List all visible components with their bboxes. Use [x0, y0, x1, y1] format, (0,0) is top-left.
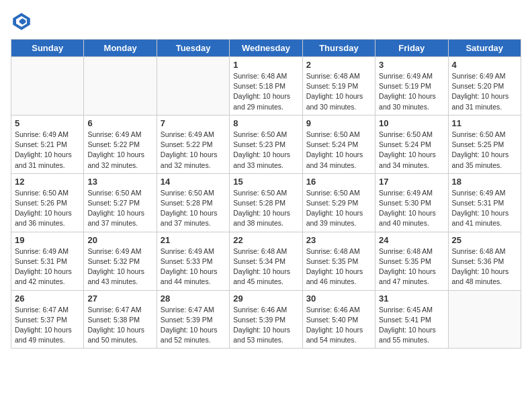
- calendar-day-cell: 16Sunrise: 6:50 AM Sunset: 5:29 PM Dayli…: [302, 173, 375, 232]
- day-number: 17: [379, 177, 444, 187]
- day-detail: Sunrise: 6:49 AM Sunset: 5:21 PM Dayligh…: [15, 130, 80, 171]
- day-detail: Sunrise: 6:50 AM Sunset: 5:24 PM Dayligh…: [306, 130, 371, 171]
- calendar-day-cell: 15Sunrise: 6:50 AM Sunset: 5:28 PM Dayli…: [230, 173, 302, 232]
- day-of-week-header: Wednesday: [230, 40, 302, 57]
- day-number: 18: [452, 177, 517, 187]
- day-number: 1: [233, 60, 298, 70]
- calendar-day-cell: 29Sunrise: 6:46 AM Sunset: 5:39 PM Dayli…: [230, 290, 302, 349]
- calendar-day-cell: [84, 57, 157, 116]
- day-number: 10: [379, 118, 444, 128]
- calendar-day-cell: 30Sunrise: 6:46 AM Sunset: 5:40 PM Dayli…: [302, 290, 375, 349]
- day-number: 27: [87, 293, 152, 304]
- calendar-week-row: 26Sunrise: 6:47 AM Sunset: 5:37 PM Dayli…: [11, 290, 521, 349]
- day-detail: Sunrise: 6:50 AM Sunset: 5:25 PM Dayligh…: [452, 130, 517, 171]
- day-number: 9: [306, 118, 371, 128]
- day-detail: Sunrise: 6:50 AM Sunset: 5:28 PM Dayligh…: [233, 188, 298, 229]
- logo: [11, 11, 35, 32]
- calendar-day-cell: 17Sunrise: 6:49 AM Sunset: 5:30 PM Dayli…: [375, 173, 448, 232]
- calendar-day-cell: 23Sunrise: 6:48 AM Sunset: 5:35 PM Dayli…: [302, 232, 375, 290]
- day-of-week-header: Sunday: [11, 40, 84, 57]
- day-of-week-header: Friday: [375, 40, 448, 57]
- day-detail: Sunrise: 6:47 AM Sunset: 5:39 PM Dayligh…: [161, 305, 226, 346]
- day-detail: Sunrise: 6:49 AM Sunset: 5:22 PM Dayligh…: [161, 130, 226, 171]
- day-number: 31: [379, 293, 444, 304]
- day-number: 19: [15, 235, 80, 245]
- calendar-week-row: 19Sunrise: 6:49 AM Sunset: 5:31 PM Dayli…: [11, 232, 521, 290]
- day-detail: Sunrise: 6:47 AM Sunset: 5:37 PM Dayligh…: [15, 305, 80, 346]
- day-detail: Sunrise: 6:46 AM Sunset: 5:40 PM Dayligh…: [306, 305, 371, 346]
- calendar-header-row: SundayMondayTuesdayWednesdayThursdayFrid…: [11, 40, 521, 57]
- day-number: 12: [15, 177, 80, 187]
- day-number: 26: [15, 293, 80, 304]
- calendar-day-cell: 6Sunrise: 6:49 AM Sunset: 5:22 PM Daylig…: [84, 115, 157, 173]
- day-number: 28: [161, 293, 226, 304]
- day-detail: Sunrise: 6:48 AM Sunset: 5:34 PM Dayligh…: [233, 246, 298, 287]
- calendar-table: SundayMondayTuesdayWednesdayThursdayFrid…: [11, 39, 521, 349]
- calendar-day-cell: [11, 57, 84, 116]
- calendar-day-cell: 13Sunrise: 6:50 AM Sunset: 5:27 PM Dayli…: [84, 173, 157, 232]
- day-detail: Sunrise: 6:49 AM Sunset: 5:22 PM Dayligh…: [87, 130, 152, 171]
- day-detail: Sunrise: 6:48 AM Sunset: 5:19 PM Dayligh…: [306, 71, 371, 112]
- calendar-week-row: 1Sunrise: 6:48 AM Sunset: 5:18 PM Daylig…: [11, 57, 521, 116]
- page-header: [11, 11, 521, 32]
- day-detail: Sunrise: 6:49 AM Sunset: 5:32 PM Dayligh…: [87, 246, 152, 287]
- day-number: 6: [87, 118, 152, 128]
- calendar-day-cell: 2Sunrise: 6:48 AM Sunset: 5:19 PM Daylig…: [302, 57, 375, 116]
- day-number: 23: [306, 235, 371, 245]
- day-number: 5: [15, 118, 80, 128]
- calendar-week-row: 12Sunrise: 6:50 AM Sunset: 5:26 PM Dayli…: [11, 173, 521, 232]
- calendar-day-cell: 21Sunrise: 6:49 AM Sunset: 5:33 PM Dayli…: [157, 232, 229, 290]
- day-detail: Sunrise: 6:49 AM Sunset: 5:20 PM Dayligh…: [452, 71, 517, 112]
- day-detail: Sunrise: 6:49 AM Sunset: 5:33 PM Dayligh…: [161, 246, 226, 287]
- day-detail: Sunrise: 6:50 AM Sunset: 5:29 PM Dayligh…: [306, 188, 371, 229]
- calendar-day-cell: 9Sunrise: 6:50 AM Sunset: 5:24 PM Daylig…: [302, 115, 375, 173]
- day-detail: Sunrise: 6:50 AM Sunset: 5:24 PM Dayligh…: [379, 130, 444, 171]
- day-number: 22: [233, 235, 298, 245]
- day-detail: Sunrise: 6:48 AM Sunset: 5:35 PM Dayligh…: [306, 246, 371, 287]
- day-detail: Sunrise: 6:47 AM Sunset: 5:38 PM Dayligh…: [87, 305, 152, 346]
- calendar-week-row: 5Sunrise: 6:49 AM Sunset: 5:21 PM Daylig…: [11, 115, 521, 173]
- day-of-week-header: Thursday: [302, 40, 375, 57]
- day-number: 4: [452, 60, 517, 70]
- day-number: 14: [161, 177, 226, 187]
- day-number: 25: [452, 235, 517, 245]
- day-detail: Sunrise: 6:48 AM Sunset: 5:36 PM Dayligh…: [452, 246, 517, 287]
- day-number: 21: [161, 235, 226, 245]
- calendar-day-cell: 11Sunrise: 6:50 AM Sunset: 5:25 PM Dayli…: [448, 115, 521, 173]
- calendar-day-cell: 8Sunrise: 6:50 AM Sunset: 5:23 PM Daylig…: [230, 115, 302, 173]
- day-number: 15: [233, 177, 298, 187]
- day-detail: Sunrise: 6:48 AM Sunset: 5:18 PM Dayligh…: [233, 71, 298, 112]
- calendar-day-cell: 3Sunrise: 6:49 AM Sunset: 5:19 PM Daylig…: [375, 57, 448, 116]
- day-number: 20: [87, 235, 152, 245]
- day-number: 29: [233, 293, 298, 304]
- day-detail: Sunrise: 6:50 AM Sunset: 5:27 PM Dayligh…: [87, 188, 152, 229]
- calendar-day-cell: 22Sunrise: 6:48 AM Sunset: 5:34 PM Dayli…: [230, 232, 302, 290]
- day-number: 2: [306, 60, 371, 70]
- day-detail: Sunrise: 6:45 AM Sunset: 5:41 PM Dayligh…: [379, 305, 444, 346]
- logo-icon: [11, 11, 32, 32]
- day-number: 3: [379, 60, 444, 70]
- day-detail: Sunrise: 6:49 AM Sunset: 5:19 PM Dayligh…: [379, 71, 444, 112]
- day-of-week-header: Monday: [84, 40, 157, 57]
- calendar-day-cell: 18Sunrise: 6:49 AM Sunset: 5:31 PM Dayli…: [448, 173, 521, 232]
- calendar-day-cell: [448, 290, 521, 349]
- day-of-week-header: Tuesday: [157, 40, 229, 57]
- calendar-day-cell: 14Sunrise: 6:50 AM Sunset: 5:28 PM Dayli…: [157, 173, 229, 232]
- calendar-day-cell: 27Sunrise: 6:47 AM Sunset: 5:38 PM Dayli…: [84, 290, 157, 349]
- calendar-day-cell: 1Sunrise: 6:48 AM Sunset: 5:18 PM Daylig…: [230, 57, 302, 116]
- day-number: 24: [379, 235, 444, 245]
- calendar-day-cell: 12Sunrise: 6:50 AM Sunset: 5:26 PM Dayli…: [11, 173, 84, 232]
- day-number: 13: [87, 177, 152, 187]
- day-detail: Sunrise: 6:49 AM Sunset: 5:31 PM Dayligh…: [452, 188, 517, 229]
- calendar-day-cell: 25Sunrise: 6:48 AM Sunset: 5:36 PM Dayli…: [448, 232, 521, 290]
- day-detail: Sunrise: 6:50 AM Sunset: 5:23 PM Dayligh…: [233, 130, 298, 171]
- day-number: 16: [306, 177, 371, 187]
- calendar-day-cell: 10Sunrise: 6:50 AM Sunset: 5:24 PM Dayli…: [375, 115, 448, 173]
- calendar-day-cell: [157, 57, 229, 116]
- calendar-day-cell: 4Sunrise: 6:49 AM Sunset: 5:20 PM Daylig…: [448, 57, 521, 116]
- day-number: 8: [233, 118, 298, 128]
- day-detail: Sunrise: 6:48 AM Sunset: 5:35 PM Dayligh…: [379, 246, 444, 287]
- calendar-day-cell: 19Sunrise: 6:49 AM Sunset: 5:31 PM Dayli…: [11, 232, 84, 290]
- day-detail: Sunrise: 6:50 AM Sunset: 5:26 PM Dayligh…: [15, 188, 80, 229]
- calendar-day-cell: 24Sunrise: 6:48 AM Sunset: 5:35 PM Dayli…: [375, 232, 448, 290]
